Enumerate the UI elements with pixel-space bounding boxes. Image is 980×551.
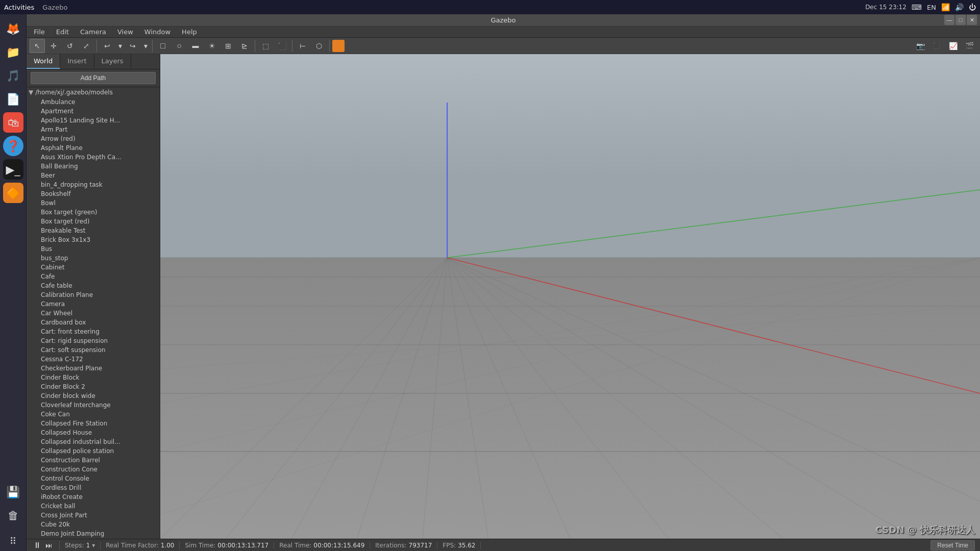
tree-item[interactable]: Cafe xyxy=(27,272,160,281)
tree-item[interactable]: Cart: rigid suspension xyxy=(27,336,160,345)
menu-help[interactable]: Help xyxy=(177,27,202,37)
tree-item[interactable]: Camera xyxy=(27,299,160,309)
tree-item[interactable]: Calibration Plane xyxy=(27,290,160,299)
tree-item[interactable]: Cinder Block xyxy=(27,373,160,382)
tree-item[interactable]: Collapsed industrial buil... xyxy=(27,437,160,446)
joint-button[interactable]: ⬡ xyxy=(311,39,327,53)
pause-button[interactable]: ⏸ xyxy=(32,541,43,550)
rotate-tool[interactable]: ↺ xyxy=(62,39,78,53)
screenshot-button[interactable]: 📷 xyxy=(913,39,928,53)
model-tree[interactable]: ▼ /home/xj/.gazebo/models AmbulanceApart… xyxy=(27,87,160,539)
appstore-icon[interactable]: 🛍 xyxy=(3,112,23,133)
cylinder-button[interactable]: ▬ xyxy=(188,39,203,53)
power-icon[interactable]: ⏻ xyxy=(969,3,976,11)
tree-item[interactable]: Construction Barrel xyxy=(27,456,160,465)
plot-button[interactable]: 📈 xyxy=(945,39,961,53)
tree-item[interactable]: Collapsed Fire Station xyxy=(27,419,160,428)
apps-grid-icon[interactable]: ⠿ xyxy=(3,531,23,551)
menu-view[interactable]: View xyxy=(112,27,138,37)
tree-item[interactable]: Asus Xtion Pro Depth Ca... xyxy=(27,153,160,162)
tree-root-item[interactable]: ▼ /home/xj/.gazebo/models xyxy=(27,87,160,97)
libreoffice-icon[interactable]: 📄 xyxy=(3,89,23,109)
rhythmbox-icon[interactable]: 🎵 xyxy=(3,65,23,86)
undo-button[interactable]: ↩ xyxy=(100,39,115,53)
undo-dropdown[interactable]: ▾ xyxy=(116,39,124,53)
tree-item[interactable]: Beer xyxy=(27,171,160,180)
help-icon[interactable]: ❓ xyxy=(3,136,23,156)
tree-item[interactable]: Cinder Block 2 xyxy=(27,382,160,391)
tree-item[interactable]: Checkerboard Plane xyxy=(27,364,160,373)
box-button[interactable]: □ xyxy=(155,39,170,53)
tree-item[interactable]: Cross Joint Part xyxy=(27,511,160,520)
tree-item[interactable]: Control Console xyxy=(27,474,160,483)
close-button[interactable]: ✕ xyxy=(967,15,977,25)
align-button[interactable]: ⊢ xyxy=(295,39,310,53)
tab-insert[interactable]: Insert xyxy=(60,54,94,69)
maximize-button[interactable]: □ xyxy=(955,15,966,25)
redo-button[interactable]: ↪ xyxy=(125,39,140,53)
tree-item[interactable]: Ball Bearing xyxy=(27,162,160,171)
terminal-icon[interactable]: ▶_ xyxy=(3,159,23,180)
tree-item[interactable]: Cafe table xyxy=(27,281,160,290)
tree-item[interactable]: Cardboard box xyxy=(27,318,160,327)
tree-item[interactable]: Cart: front steering xyxy=(27,327,160,336)
3d-viewport[interactable]: CSDN @ 快乐科研达人 xyxy=(160,54,980,539)
tree-item[interactable]: Bookshelf xyxy=(27,189,160,198)
tree-item[interactable]: Cart: soft suspension xyxy=(27,345,160,355)
menu-file[interactable]: File xyxy=(29,27,50,37)
tree-item[interactable]: Cloverleaf Interchange xyxy=(27,400,160,410)
reset-time-button[interactable]: Reset Time xyxy=(930,540,975,550)
sphere-button[interactable]: ○ xyxy=(172,39,187,53)
tab-layers[interactable]: Layers xyxy=(94,54,131,69)
tree-item[interactable]: Demo Joint Damping xyxy=(27,529,160,538)
tree-item[interactable]: Box target (green) xyxy=(27,208,160,217)
logging-button[interactable]: ⬛ xyxy=(929,39,944,53)
tree-item[interactable]: Arrow (red) xyxy=(27,134,160,143)
tree-item[interactable]: Cinder block wide xyxy=(27,391,160,400)
tree-item[interactable]: Box target (red) xyxy=(27,217,160,226)
menu-camera[interactable]: Camera xyxy=(75,27,111,37)
tree-item[interactable]: Construction Cone xyxy=(27,465,160,474)
gazebo-icon[interactable]: 🔶 xyxy=(3,183,23,203)
tree-item[interactable]: iRobot Create xyxy=(27,492,160,502)
translate-tool[interactable]: ✛ xyxy=(46,39,61,53)
tab-world[interactable]: World xyxy=(27,54,60,69)
tree-item[interactable]: Cordless Drill xyxy=(27,483,160,492)
tree-item[interactable]: Breakable Test xyxy=(27,226,160,235)
tree-item[interactable]: Apollo15 Landing Site H... xyxy=(27,116,160,125)
keyboard-icon[interactable]: ⌨ xyxy=(912,3,922,11)
network-icon[interactable]: 📶 xyxy=(941,3,950,11)
tree-item[interactable]: Brick Box 3x1x3 xyxy=(27,235,160,244)
tree-item[interactable]: Arm Part xyxy=(27,125,160,134)
ssd-icon[interactable]: 💾 xyxy=(3,482,23,502)
snap-button[interactable]: ⬛ xyxy=(274,39,289,53)
tree-item[interactable]: Bus xyxy=(27,244,160,254)
menu-window[interactable]: Window xyxy=(139,27,176,37)
redo-dropdown[interactable]: ▾ xyxy=(141,39,150,53)
tree-item[interactable]: Coke Can xyxy=(27,410,160,419)
color-button[interactable] xyxy=(332,40,345,52)
measure-button[interactable]: ⊵ xyxy=(237,39,252,53)
tree-item[interactable]: Collapsed police station xyxy=(27,446,160,456)
tree-item[interactable]: Asphalt Plane xyxy=(27,143,160,153)
activities-label[interactable]: Activities xyxy=(4,4,34,11)
tree-item[interactable]: Cricket ball xyxy=(27,502,160,511)
tree-item[interactable]: Car Wheel xyxy=(27,309,160,318)
scale-tool[interactable]: ⤢ xyxy=(79,39,94,53)
tree-item[interactable]: Apartment xyxy=(27,107,160,116)
tree-item[interactable]: bin_4_dropping task xyxy=(27,180,160,189)
language-icon[interactable]: EN xyxy=(927,4,936,11)
tree-item[interactable]: bus_stop xyxy=(27,254,160,263)
reset-button[interactable]: ⬚ xyxy=(258,39,273,53)
tree-item[interactable]: Cube 20k xyxy=(27,520,160,529)
add-path-button[interactable]: Add Path xyxy=(31,72,156,84)
video-button[interactable]: 🎬 xyxy=(962,39,977,53)
trash-icon[interactable]: 🗑 xyxy=(3,505,23,525)
step-button[interactable]: ⏭ xyxy=(44,541,54,549)
steps-dropdown[interactable]: ▾ xyxy=(92,542,95,549)
grid-button[interactable]: ⊞ xyxy=(220,39,236,53)
tree-item[interactable]: Bowl xyxy=(27,198,160,208)
tree-item[interactable]: Ambulance xyxy=(27,97,160,107)
files-icon[interactable]: 📁 xyxy=(3,42,23,62)
light-button[interactable]: ☀ xyxy=(204,39,219,53)
